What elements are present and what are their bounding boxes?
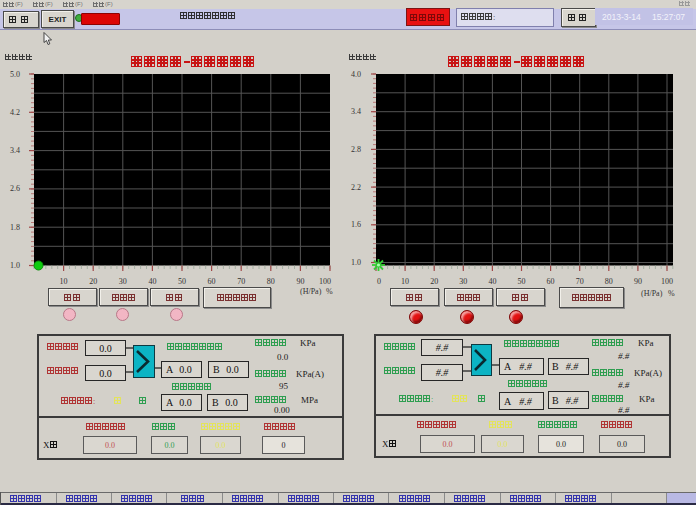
svg-text:4.2: 4.2 bbox=[10, 108, 20, 117]
svg-text:5.0: 5.0 bbox=[10, 70, 20, 79]
svg-text:2.2: 2.2 bbox=[351, 183, 361, 192]
svg-text:(H/Pa): (H/Pa) bbox=[641, 289, 663, 298]
svg-text:40: 40 bbox=[148, 277, 156, 286]
svg-text:60: 60 bbox=[547, 277, 555, 286]
svg-text:1.6: 1.6 bbox=[351, 220, 361, 229]
svg-text:3.4: 3.4 bbox=[351, 107, 361, 116]
svg-text:10: 10 bbox=[60, 277, 68, 286]
svg-text:80: 80 bbox=[267, 277, 275, 286]
svg-text:40: 40 bbox=[488, 277, 496, 286]
svg-text:0: 0 bbox=[377, 277, 381, 286]
svg-text:20: 20 bbox=[430, 277, 438, 286]
svg-text:1.0: 1.0 bbox=[351, 258, 361, 267]
svg-text:100: 100 bbox=[661, 277, 673, 286]
svg-text:30: 30 bbox=[119, 277, 127, 286]
svg-text:%: % bbox=[668, 289, 675, 298]
svg-text:60: 60 bbox=[208, 277, 216, 286]
svg-text:(H/Pa): (H/Pa) bbox=[300, 287, 322, 296]
svg-text:90: 90 bbox=[634, 277, 642, 286]
svg-text:70: 70 bbox=[576, 277, 584, 286]
svg-text:%: % bbox=[326, 287, 333, 296]
svg-text:70: 70 bbox=[237, 277, 245, 286]
svg-text:1.0: 1.0 bbox=[10, 261, 20, 270]
svg-text:4.0: 4.0 bbox=[351, 70, 361, 79]
svg-text:100: 100 bbox=[319, 277, 331, 286]
svg-text:10: 10 bbox=[401, 277, 409, 286]
svg-text:50: 50 bbox=[518, 277, 526, 286]
svg-text:90: 90 bbox=[296, 277, 304, 286]
svg-text:1.8: 1.8 bbox=[10, 223, 20, 232]
svg-text:30: 30 bbox=[459, 277, 467, 286]
svg-text:3.4: 3.4 bbox=[10, 146, 20, 155]
svg-text:20: 20 bbox=[89, 277, 97, 286]
svg-text:2.8: 2.8 bbox=[351, 145, 361, 154]
svg-text:50: 50 bbox=[178, 277, 186, 286]
svg-text:2.6: 2.6 bbox=[10, 184, 20, 193]
svg-text:80: 80 bbox=[605, 277, 613, 286]
